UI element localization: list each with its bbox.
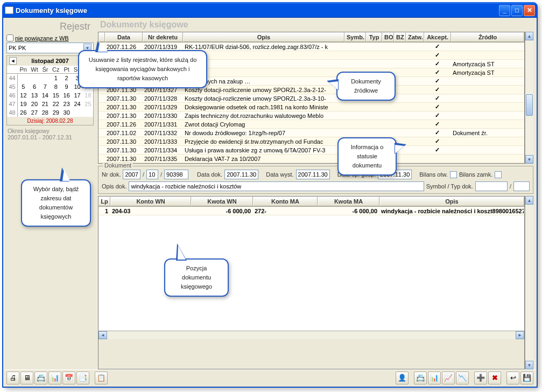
sidebar-section-title: Rejestr [6,19,94,33]
window: Dokumenty księgowe _ □ ✕ Rejestr nie pow… [2,2,538,388]
doc-date-field[interactable]: 2007.11.30 [224,170,258,179]
doc-symbol-field[interactable] [475,181,508,191]
table-row[interactable]: 2007.11.022007/11/332Nr dowodu źródłoweg… [98,129,524,137]
check-icon [435,52,440,58]
calendar-today-label[interactable]: Dzisiaj: 2008.02.28 [7,117,93,125]
check-icon [435,146,440,153]
check-icon [435,86,440,93]
table-row[interactable]: 2007.11.302007/11/333Przyjęcie do ewiden… [98,137,524,146]
callout-date-range: Wybór daty, bądź zakresu dat dokumentów … [21,179,91,227]
callout-status: Informacja o statusie dokumentu [337,137,397,176]
window-title: Dokumenty księgowe [16,6,499,15]
add-button[interactable]: ➕ [474,372,487,384]
check-icon [435,95,440,101]
calendar-month-label: listopad 2007 [31,58,69,64]
check-icon [435,43,440,50]
callout-registers: Usuwanie z listy rejestrów, które służą … [78,50,207,88]
close-button[interactable]: ✕ [524,5,535,16]
check-icon [435,129,440,136]
not-linked-wb-label: nie powiązane z WB [15,35,69,41]
doc-nr-month[interactable]: 10 [146,170,158,179]
undo-icon[interactable]: ↩ [506,372,519,384]
table-row[interactable]: 2007.11.302007/11/334Usługa i prawa auto… [98,146,524,155]
doc-type-field[interactable] [513,181,530,191]
tool-icon-r4[interactable]: 📈 [442,372,455,384]
check-icon [435,69,440,75]
grid-scrollbar[interactable]: ▲ ▼ [525,32,533,164]
tool-icon-7[interactable]: 📋 [95,372,108,384]
callout-line-item: Pozycja dokumentu księgowego [164,258,229,297]
check-icon [435,60,440,67]
tool-icon-r3[interactable]: 📊 [428,372,441,384]
doc-nr-year[interactable]: 2007 [123,170,140,179]
doc-nr-num[interactable]: 90398 [164,170,188,179]
app-icon [5,6,13,14]
doc-description-field[interactable]: windykacja - rozbicie należności i koszt… [129,181,424,191]
tool-icon-r2[interactable]: 📇 [414,372,427,384]
print-icon[interactable]: 🖨 [6,372,19,384]
lines-grid[interactable]: Lp Konto WN Kwota WN Konto MA Kwota MA O… [98,196,525,369]
lines-hscrollbar[interactable]: ◄► [98,331,524,339]
bilans-otw-checkbox[interactable] [450,171,457,178]
check-icon [435,121,440,127]
check-icon [435,78,440,84]
not-linked-wb-checkbox[interactable] [6,34,13,41]
table-row[interactable]: 2007.11.302007/11/329Doksięgowanie odset… [98,103,524,111]
accounting-period: Okres księgowy 2007.01.01 - 2007.12.31 [6,125,94,143]
bottom-toolbar: 🖨 🖥 📇 📊 📅 📑 📋 👤 📇 📊 📈 📉 ➕ ✖ ↩ 💾 [4,369,536,386]
user-icon[interactable]: 👤 [396,372,409,384]
check-icon [435,103,440,110]
callout-source-docs: Dokumenty źródłowe [336,72,396,101]
document-group: Dokument Nr dok. 2007 / 10 / 90398 Data … [98,166,533,194]
table-row[interactable]: 2007.11.302007/11/330Zapis techniczny do… [98,111,524,120]
calendar-prev-icon[interactable]: ◄ [9,57,17,65]
tool-icon-3[interactable]: 📇 [34,372,47,384]
tool-icon-2[interactable]: 🖥 [20,372,33,384]
check-icon [435,112,440,118]
main-section-title: Dokumenty księgowe [96,18,536,32]
lines-vscrollbar[interactable]: ▲ ▼ [525,196,533,369]
bilans-zamk-checkbox[interactable] [495,171,502,178]
delete-button[interactable]: ✖ [488,372,501,384]
titlebar[interactable]: Dokumenty księgowe _ □ ✕ [3,3,537,18]
issue-date-field[interactable]: 2007.11.30 [296,170,330,179]
tool-icon-6[interactable]: 📑 [76,372,89,384]
table-row[interactable]: 2007.11.302007/11/328Koszty dotacji-rozl… [98,94,524,103]
minimize-button[interactable]: _ [499,5,510,16]
tool-icon-4[interactable]: 📊 [48,372,61,384]
check-icon [435,138,440,144]
save-icon[interactable]: 💾 [520,372,533,384]
table-row[interactable]: 2007.11.262007/11/331Zwrot dotacji Crylo… [98,120,524,129]
table-row[interactable]: 2007.11.302007/11/335Deklaracja VAT-7 za… [98,155,524,163]
tool-icon-5[interactable]: 📅 [62,372,75,384]
tool-icon-r5[interactable]: 📉 [456,372,469,384]
maximize-button[interactable]: □ [511,5,523,16]
register-combo-value: PK PK [9,45,26,51]
line-row[interactable]: 1 204-03 -6 000,00 272- -6 000,00 windyk… [98,207,524,215]
